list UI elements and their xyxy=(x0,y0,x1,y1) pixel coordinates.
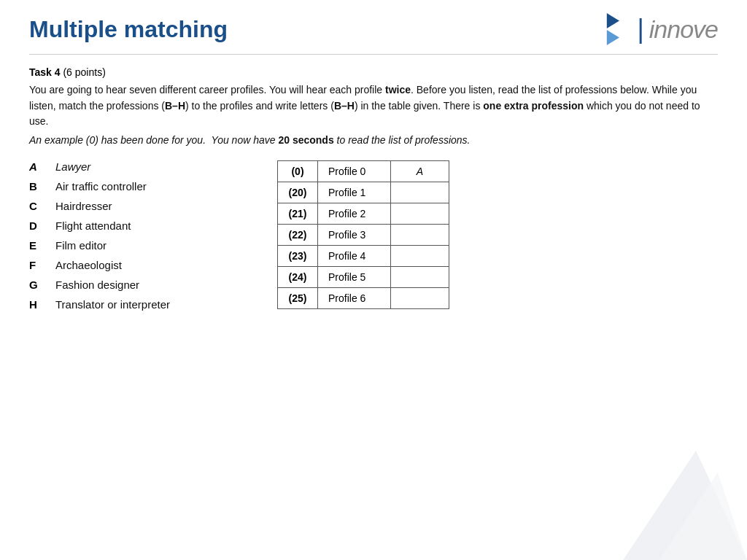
logo: | innove xyxy=(606,13,718,45)
profile-number: (20) xyxy=(278,182,318,203)
header-divider xyxy=(29,54,718,55)
page: Multiple matching | innove Task 4 (6 poi… xyxy=(0,0,747,560)
profile-number: (22) xyxy=(278,225,318,246)
svg-marker-1 xyxy=(607,30,619,45)
task-header: Task 4 (6 points) xyxy=(29,66,718,78)
list-item: E Film editor xyxy=(29,239,248,252)
content: Task 4 (6 points) You are going to hear … xyxy=(0,66,747,318)
header: Multiple matching | innove xyxy=(0,0,747,54)
list-item: F Archaeologist xyxy=(29,259,248,271)
profile-answer xyxy=(391,225,449,246)
list-item: H Translator or interpreter xyxy=(29,298,248,311)
profile-number: (25) xyxy=(278,288,318,309)
innove-logo-icon xyxy=(606,13,632,45)
profile-label: Profile 1 xyxy=(318,182,391,203)
table-row: (22)Profile 3 xyxy=(278,225,449,246)
list-item: C Hairdresser xyxy=(29,200,248,212)
profile-label: Profile 6 xyxy=(318,288,391,309)
table-row: (20)Profile 1 xyxy=(278,182,449,203)
profile-number: (23) xyxy=(278,246,318,267)
task-body: You are going to hear seven different ca… xyxy=(29,82,718,130)
professions-list: A Lawyer B Air traffic controller C Hair… xyxy=(29,160,248,318)
profile-answer xyxy=(391,182,449,203)
profile-label: Profile 0 xyxy=(318,161,391,182)
list-item: G Fashion designer xyxy=(29,279,248,291)
profile-answer xyxy=(391,288,449,309)
main-layout: A Lawyer B Air traffic controller C Hair… xyxy=(29,160,718,318)
logo-text: innove xyxy=(649,15,718,44)
profile-number: (21) xyxy=(278,203,318,225)
profile-label: Profile 4 xyxy=(318,246,391,267)
watermark xyxy=(601,451,747,560)
profile-answer xyxy=(391,267,449,288)
profile-answer: A xyxy=(391,161,449,182)
table-row: (21)Profile 2 xyxy=(278,203,449,225)
profiles-table: (0)Profile 0A(20)Profile 1(21)Profile 2(… xyxy=(277,160,449,309)
profile-label: Profile 3 xyxy=(318,225,391,246)
list-item: A Lawyer xyxy=(29,160,248,173)
table-row: (23)Profile 4 xyxy=(278,246,449,267)
task-example: An example (0) has been done for you. Yo… xyxy=(29,134,718,146)
list-item: B Air traffic controller xyxy=(29,180,248,192)
watermark-svg xyxy=(601,451,747,560)
table-row: (0)Profile 0A xyxy=(278,161,449,182)
profile-number: (0) xyxy=(278,161,318,182)
table-row: (24)Profile 5 xyxy=(278,267,449,288)
table-row: (25)Profile 6 xyxy=(278,288,449,309)
logo-separator: | xyxy=(637,14,643,44)
profile-label: Profile 2 xyxy=(318,203,391,225)
profile-number: (24) xyxy=(278,267,318,288)
profile-answer xyxy=(391,246,449,267)
profile-label: Profile 5 xyxy=(318,267,391,288)
list-item: D Flight attendant xyxy=(29,219,248,232)
page-title: Multiple matching xyxy=(29,16,228,43)
profile-answer xyxy=(391,203,449,225)
svg-marker-0 xyxy=(607,13,619,28)
